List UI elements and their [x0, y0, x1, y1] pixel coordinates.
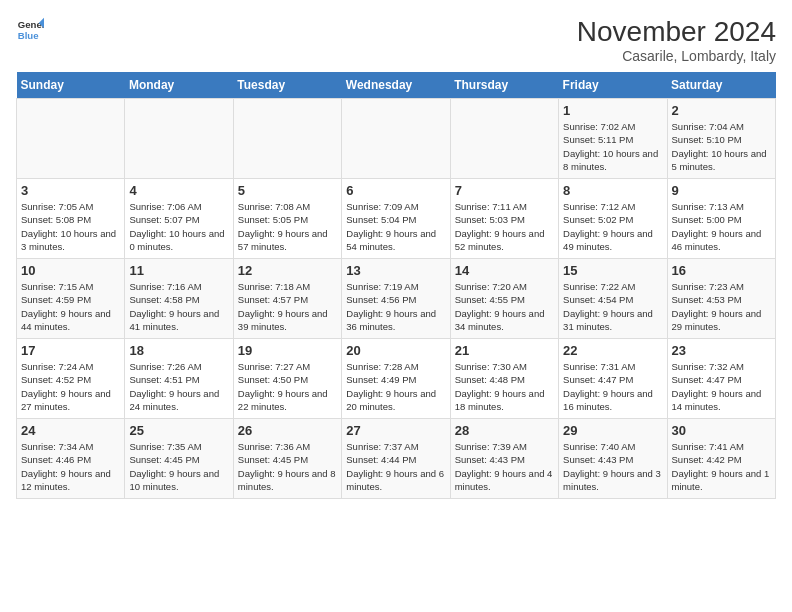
calendar-cell: 17Sunrise: 7:24 AM Sunset: 4:52 PM Dayli…	[17, 339, 125, 419]
day-number: 23	[672, 343, 771, 358]
day-info: Sunrise: 7:13 AM Sunset: 5:00 PM Dayligh…	[672, 200, 771, 253]
day-info: Sunrise: 7:34 AM Sunset: 4:46 PM Dayligh…	[21, 440, 120, 493]
calendar-cell: 4Sunrise: 7:06 AM Sunset: 5:07 PM Daylig…	[125, 179, 233, 259]
calendar-week-row: 17Sunrise: 7:24 AM Sunset: 4:52 PM Dayli…	[17, 339, 776, 419]
day-number: 17	[21, 343, 120, 358]
day-number: 25	[129, 423, 228, 438]
calendar-week-row: 1Sunrise: 7:02 AM Sunset: 5:11 PM Daylig…	[17, 99, 776, 179]
day-info: Sunrise: 7:11 AM Sunset: 5:03 PM Dayligh…	[455, 200, 554, 253]
calendar-cell: 20Sunrise: 7:28 AM Sunset: 4:49 PM Dayli…	[342, 339, 450, 419]
weekday-header-cell: Saturday	[667, 72, 775, 99]
day-info: Sunrise: 7:30 AM Sunset: 4:48 PM Dayligh…	[455, 360, 554, 413]
day-number: 13	[346, 263, 445, 278]
logo: General Blue	[16, 16, 44, 44]
day-number: 27	[346, 423, 445, 438]
calendar-cell: 21Sunrise: 7:30 AM Sunset: 4:48 PM Dayli…	[450, 339, 558, 419]
day-info: Sunrise: 7:31 AM Sunset: 4:47 PM Dayligh…	[563, 360, 662, 413]
day-info: Sunrise: 7:09 AM Sunset: 5:04 PM Dayligh…	[346, 200, 445, 253]
calendar-cell: 7Sunrise: 7:11 AM Sunset: 5:03 PM Daylig…	[450, 179, 558, 259]
calendar-cell: 9Sunrise: 7:13 AM Sunset: 5:00 PM Daylig…	[667, 179, 775, 259]
calendar-cell: 3Sunrise: 7:05 AM Sunset: 5:08 PM Daylig…	[17, 179, 125, 259]
calendar-cell: 5Sunrise: 7:08 AM Sunset: 5:05 PM Daylig…	[233, 179, 341, 259]
day-number: 19	[238, 343, 337, 358]
day-info: Sunrise: 7:23 AM Sunset: 4:53 PM Dayligh…	[672, 280, 771, 333]
day-number: 10	[21, 263, 120, 278]
day-number: 8	[563, 183, 662, 198]
calendar-cell: 8Sunrise: 7:12 AM Sunset: 5:02 PM Daylig…	[559, 179, 667, 259]
calendar-week-row: 24Sunrise: 7:34 AM Sunset: 4:46 PM Dayli…	[17, 419, 776, 499]
weekday-header-cell: Friday	[559, 72, 667, 99]
day-number: 24	[21, 423, 120, 438]
day-info: Sunrise: 7:20 AM Sunset: 4:55 PM Dayligh…	[455, 280, 554, 333]
day-number: 6	[346, 183, 445, 198]
calendar-cell	[125, 99, 233, 179]
day-info: Sunrise: 7:12 AM Sunset: 5:02 PM Dayligh…	[563, 200, 662, 253]
calendar-table: SundayMondayTuesdayWednesdayThursdayFrid…	[16, 72, 776, 499]
day-info: Sunrise: 7:26 AM Sunset: 4:51 PM Dayligh…	[129, 360, 228, 413]
day-number: 20	[346, 343, 445, 358]
title-block: November 2024 Casarile, Lombardy, Italy	[577, 16, 776, 64]
weekday-header-cell: Wednesday	[342, 72, 450, 99]
day-info: Sunrise: 7:22 AM Sunset: 4:54 PM Dayligh…	[563, 280, 662, 333]
day-number: 1	[563, 103, 662, 118]
day-info: Sunrise: 7:02 AM Sunset: 5:11 PM Dayligh…	[563, 120, 662, 173]
day-info: Sunrise: 7:39 AM Sunset: 4:43 PM Dayligh…	[455, 440, 554, 493]
calendar-cell	[233, 99, 341, 179]
svg-text:Blue: Blue	[18, 30, 39, 41]
day-info: Sunrise: 7:18 AM Sunset: 4:57 PM Dayligh…	[238, 280, 337, 333]
calendar-cell: 12Sunrise: 7:18 AM Sunset: 4:57 PM Dayli…	[233, 259, 341, 339]
day-number: 16	[672, 263, 771, 278]
calendar-cell: 23Sunrise: 7:32 AM Sunset: 4:47 PM Dayli…	[667, 339, 775, 419]
day-info: Sunrise: 7:36 AM Sunset: 4:45 PM Dayligh…	[238, 440, 337, 493]
day-number: 3	[21, 183, 120, 198]
calendar-cell	[342, 99, 450, 179]
calendar-cell	[17, 99, 125, 179]
calendar-cell: 11Sunrise: 7:16 AM Sunset: 4:58 PM Dayli…	[125, 259, 233, 339]
calendar-cell: 30Sunrise: 7:41 AM Sunset: 4:42 PM Dayli…	[667, 419, 775, 499]
day-info: Sunrise: 7:28 AM Sunset: 4:49 PM Dayligh…	[346, 360, 445, 413]
page-header: General Blue November 2024 Casarile, Lom…	[16, 16, 776, 64]
day-number: 26	[238, 423, 337, 438]
weekday-header-row: SundayMondayTuesdayWednesdayThursdayFrid…	[17, 72, 776, 99]
day-info: Sunrise: 7:16 AM Sunset: 4:58 PM Dayligh…	[129, 280, 228, 333]
calendar-cell: 26Sunrise: 7:36 AM Sunset: 4:45 PM Dayli…	[233, 419, 341, 499]
calendar-cell: 10Sunrise: 7:15 AM Sunset: 4:59 PM Dayli…	[17, 259, 125, 339]
day-number: 28	[455, 423, 554, 438]
day-number: 5	[238, 183, 337, 198]
day-info: Sunrise: 7:27 AM Sunset: 4:50 PM Dayligh…	[238, 360, 337, 413]
day-number: 29	[563, 423, 662, 438]
day-number: 18	[129, 343, 228, 358]
day-number: 30	[672, 423, 771, 438]
day-info: Sunrise: 7:32 AM Sunset: 4:47 PM Dayligh…	[672, 360, 771, 413]
day-info: Sunrise: 7:24 AM Sunset: 4:52 PM Dayligh…	[21, 360, 120, 413]
month-title: November 2024	[577, 16, 776, 48]
calendar-cell: 25Sunrise: 7:35 AM Sunset: 4:45 PM Dayli…	[125, 419, 233, 499]
calendar-cell: 6Sunrise: 7:09 AM Sunset: 5:04 PM Daylig…	[342, 179, 450, 259]
day-info: Sunrise: 7:06 AM Sunset: 5:07 PM Dayligh…	[129, 200, 228, 253]
calendar-cell: 18Sunrise: 7:26 AM Sunset: 4:51 PM Dayli…	[125, 339, 233, 419]
calendar-body: 1Sunrise: 7:02 AM Sunset: 5:11 PM Daylig…	[17, 99, 776, 499]
day-number: 21	[455, 343, 554, 358]
calendar-cell: 29Sunrise: 7:40 AM Sunset: 4:43 PM Dayli…	[559, 419, 667, 499]
calendar-cell: 2Sunrise: 7:04 AM Sunset: 5:10 PM Daylig…	[667, 99, 775, 179]
weekday-header-cell: Thursday	[450, 72, 558, 99]
location: Casarile, Lombardy, Italy	[577, 48, 776, 64]
day-info: Sunrise: 7:15 AM Sunset: 4:59 PM Dayligh…	[21, 280, 120, 333]
day-number: 15	[563, 263, 662, 278]
calendar-cell: 28Sunrise: 7:39 AM Sunset: 4:43 PM Dayli…	[450, 419, 558, 499]
calendar-cell: 27Sunrise: 7:37 AM Sunset: 4:44 PM Dayli…	[342, 419, 450, 499]
calendar-week-row: 3Sunrise: 7:05 AM Sunset: 5:08 PM Daylig…	[17, 179, 776, 259]
logo-icon: General Blue	[16, 16, 44, 44]
weekday-header-cell: Sunday	[17, 72, 125, 99]
calendar-cell: 22Sunrise: 7:31 AM Sunset: 4:47 PM Dayli…	[559, 339, 667, 419]
day-info: Sunrise: 7:41 AM Sunset: 4:42 PM Dayligh…	[672, 440, 771, 493]
weekday-header-cell: Tuesday	[233, 72, 341, 99]
calendar-cell: 13Sunrise: 7:19 AM Sunset: 4:56 PM Dayli…	[342, 259, 450, 339]
calendar-week-row: 10Sunrise: 7:15 AM Sunset: 4:59 PM Dayli…	[17, 259, 776, 339]
day-number: 7	[455, 183, 554, 198]
day-number: 11	[129, 263, 228, 278]
day-number: 14	[455, 263, 554, 278]
calendar-cell: 1Sunrise: 7:02 AM Sunset: 5:11 PM Daylig…	[559, 99, 667, 179]
calendar-cell: 14Sunrise: 7:20 AM Sunset: 4:55 PM Dayli…	[450, 259, 558, 339]
day-info: Sunrise: 7:35 AM Sunset: 4:45 PM Dayligh…	[129, 440, 228, 493]
